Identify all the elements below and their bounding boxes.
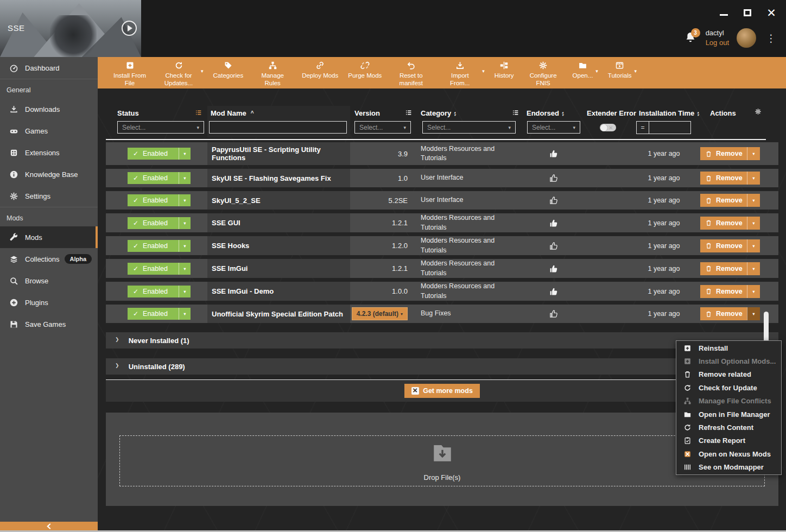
remove-dropdown-caret[interactable]: ▾ [747, 239, 760, 252]
column-header-endorsed[interactable]: Endorsed▴▾ [527, 109, 563, 117]
table-settings-gear-icon[interactable] [755, 108, 762, 115]
column-header-status[interactable]: Status [117, 109, 139, 117]
toolbar-button[interactable]: Purge Mods [343, 57, 386, 88]
enable-dropdown-caret[interactable]: ▾ [179, 217, 191, 229]
status-filter[interactable]: Select...▾ [117, 121, 204, 134]
dropdown-caret-icon[interactable]: ▾ [635, 68, 637, 74]
toolbar-button[interactable]: Import From... ▾ [435, 57, 490, 88]
context-menu-item[interactable]: Reinstall [676, 341, 781, 354]
status-column-options-icon[interactable] [195, 109, 202, 116]
sidebar-item[interactable]: Save Games [0, 313, 98, 335]
remove-dropdown-caret[interactable]: ▾ [747, 147, 760, 160]
enable-dropdown-caret[interactable]: ▾ [179, 194, 191, 206]
toolbar-button[interactable]: Install From File [105, 57, 154, 88]
mod-enable-toggle[interactable]: ✓ Enabled ▾ [128, 240, 191, 252]
sidebar-item[interactable]: Games [0, 120, 98, 142]
version-column-options-icon[interactable] [405, 109, 412, 116]
context-menu-item[interactable]: Open on Nexus Mods [676, 447, 781, 460]
endorsed-filter[interactable]: Select...▾ [527, 121, 580, 134]
toolbar-button[interactable]: Check for Updates... ▾ [154, 57, 208, 88]
mod-enable-toggle[interactable]: ✓ Enabled ▾ [128, 148, 191, 160]
endorse-button[interactable] [524, 142, 584, 165]
mod-enable-toggle[interactable]: ✓ Enabled ▾ [128, 194, 191, 206]
installation-time-filter[interactable] [649, 122, 690, 134]
mod-name-cell[interactable]: Unofficial Skyrim Special Edition Patch [207, 305, 350, 323]
dropdown-caret-icon[interactable]: ▾ [595, 68, 598, 74]
remove-dropdown-caret[interactable]: ▾ [747, 285, 760, 298]
extender-error-toggle[interactable]: ✕ [600, 124, 616, 131]
context-menu-item[interactable]: Refresh Content [676, 421, 781, 434]
remove-dropdown-caret[interactable]: ▾ [747, 262, 760, 275]
toolbar-button[interactable]: History [490, 57, 519, 88]
enable-dropdown-caret[interactable]: ▾ [179, 148, 191, 160]
toolbar-button[interactable]: Manage Rules [248, 57, 297, 88]
mod-name-cell[interactable]: PapyrusUtil SE - Scripting Utility Funct… [207, 142, 350, 165]
game-banner[interactable]: SSE [0, 0, 141, 57]
notifications-button[interactable]: 3 [684, 31, 698, 45]
dropdown-caret-icon[interactable]: ▾ [482, 68, 485, 74]
mod-name-filter[interactable] [209, 121, 347, 134]
context-menu-item[interactable]: Manage File Conflicts [676, 395, 781, 408]
minimize-button[interactable] [718, 7, 730, 18]
enable-dropdown-caret[interactable]: ▾ [179, 240, 191, 252]
category-column-options-icon[interactable] [512, 109, 519, 116]
context-menu-item[interactable]: Open in File Manager [676, 408, 781, 421]
context-menu-item[interactable]: Create Report [676, 434, 781, 447]
endorse-button[interactable] [524, 305, 584, 323]
column-header-extender-error[interactable]: Extender Error [587, 109, 636, 117]
mod-name-cell[interactable]: SkyUI_5_2_SE [207, 191, 350, 210]
remove-button[interactable]: Remove ▾ [700, 239, 760, 252]
mod-enable-toggle[interactable]: ✓ Enabled ▾ [128, 172, 191, 184]
context-menu-item[interactable]: Remove related [676, 368, 781, 381]
enable-dropdown-caret[interactable]: ▾ [179, 172, 191, 184]
mod-name-cell[interactable]: SSE ImGui - Demo [207, 282, 350, 301]
remove-button[interactable]: Remove ▾ [700, 285, 760, 298]
remove-dropdown-caret[interactable]: ▾ [747, 307, 760, 320]
version-filter[interactable]: Select...▾ [354, 121, 411, 134]
column-header-version[interactable]: Version [354, 109, 380, 117]
category-filter[interactable]: Select...▾ [422, 121, 516, 134]
toolbar-button[interactable]: Reset to manifest [386, 57, 435, 88]
mod-enable-toggle[interactable]: ✓ Enabled ▾ [128, 308, 191, 320]
sidebar-item[interactable]: Downloads [0, 98, 98, 120]
mod-name-cell[interactable]: SkyUI SE - Flashing Savegames Fix [207, 169, 350, 187]
remove-button[interactable]: Remove ▾ [700, 194, 760, 207]
column-header-installation-time[interactable]: Installation Time▴▾ [639, 109, 699, 117]
enable-dropdown-caret[interactable]: ▾ [179, 286, 191, 297]
endorse-button[interactable] [524, 213, 584, 232]
enable-dropdown-caret[interactable]: ▾ [179, 308, 191, 320]
remove-dropdown-caret[interactable]: ▾ [747, 217, 760, 230]
time-operator-button[interactable]: = [637, 122, 649, 134]
toolbar-button[interactable]: Tutorials ▾ [603, 57, 642, 88]
sidebar-item[interactable]: Collections Alpha [0, 248, 98, 270]
context-menu-item[interactable]: See on Modmapper [676, 461, 781, 474]
remove-button[interactable]: Remove ▾ [700, 217, 760, 230]
context-menu-item[interactable]: Check for Update [676, 381, 781, 394]
mod-enable-toggle[interactable]: ✓ Enabled ▾ [128, 263, 191, 275]
logout-link[interactable]: Log out [706, 38, 729, 48]
mod-enable-toggle[interactable]: ✓ Enabled ▾ [128, 286, 191, 297]
sidebar-item[interactable]: Dashboard [0, 57, 98, 79]
enable-dropdown-caret[interactable]: ▾ [179, 263, 191, 275]
toolbar-button[interactable]: Configure FNIS [519, 57, 568, 88]
mod-name-cell[interactable]: SSE GUI [207, 213, 350, 232]
remove-button[interactable]: Remove ▾ [700, 307, 760, 320]
toolbar-button[interactable]: Open... ▾ [568, 57, 603, 88]
sidebar-item[interactable]: Browse [0, 270, 98, 292]
remove-button[interactable]: Remove ▾ [700, 172, 760, 185]
version-dropdown-button[interactable]: 4.2.3 (default)▾ [352, 307, 408, 320]
mod-enable-toggle[interactable]: ✓ Enabled ▾ [128, 217, 191, 229]
endorse-button[interactable] [524, 169, 584, 187]
endorse-button[interactable] [524, 282, 584, 301]
dropdown-caret-icon[interactable]: ▾ [201, 68, 204, 74]
sidebar-item[interactable]: Plugins [0, 292, 98, 313]
mod-name-cell[interactable]: SSE ImGui [207, 259, 350, 278]
maximize-button[interactable] [741, 7, 753, 18]
sidebar-item[interactable]: Extensions [0, 142, 98, 163]
endorse-button[interactable] [524, 191, 584, 210]
sidebar-item[interactable]: Knowledge Base [0, 163, 98, 185]
mod-name-cell[interactable]: SSE Hooks [207, 236, 350, 255]
column-header-mod-name[interactable]: Mod Name^ [211, 109, 254, 117]
get-more-mods-button[interactable]: Get more mods [404, 384, 480, 398]
endorse-button[interactable] [524, 236, 584, 255]
